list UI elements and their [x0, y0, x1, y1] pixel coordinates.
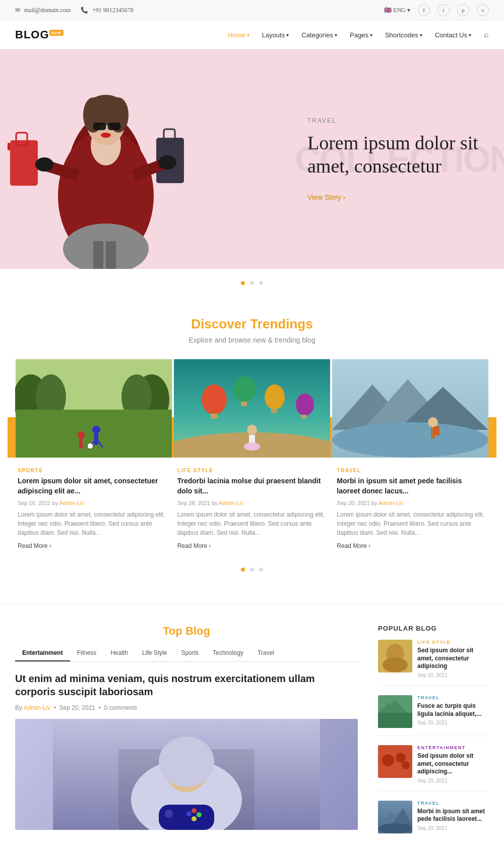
- card-1-read-more[interactable]: Read More ›: [18, 542, 167, 549]
- svg-point-81: [396, 753, 406, 763]
- svg-point-32: [92, 426, 100, 434]
- trending-dots: [15, 554, 489, 584]
- hero-dot-3[interactable]: [259, 281, 263, 285]
- card-3-author[interactable]: Admin-Liv: [379, 500, 403, 506]
- svg-point-68: [186, 811, 192, 816]
- top-bar-right: 🇬🇧 ENG ▾ f t p v: [384, 4, 489, 16]
- hero-image: [0, 49, 282, 269]
- tab-travel[interactable]: Travel: [250, 645, 281, 661]
- facebook-icon[interactable]: f: [418, 4, 430, 16]
- svg-rect-60: [433, 426, 439, 435]
- language-selector[interactable]: 🇬🇧 ENG ▾: [384, 7, 410, 14]
- svg-point-52: [244, 442, 260, 451]
- trending-images-wrapper: [15, 359, 489, 458]
- svg-rect-13: [93, 123, 106, 130]
- svg-point-20: [158, 155, 176, 170]
- trending-title: Discover Trendings: [15, 316, 489, 332]
- logo[interactable]: BLOGnew: [15, 28, 64, 41]
- hero-dot-1[interactable]: [241, 281, 245, 285]
- hero-content: COLLECTION TRAVEL Lorem ipsum dolor sit …: [282, 49, 504, 269]
- trend-dot-2[interactable]: [250, 568, 254, 572]
- popular-blog-title: POPULAR BLOG: [378, 625, 489, 632]
- phone-contact: 📞 +91 9012345678: [81, 7, 134, 14]
- hero-dot-2[interactable]: [250, 281, 254, 285]
- vimeo-icon[interactable]: v: [477, 4, 489, 16]
- svg-rect-43: [211, 414, 218, 419]
- card-image-sports: [15, 359, 172, 458]
- popular-info-1: LIFE STYLE Sed ipsum dolor sit amet, con…: [417, 640, 489, 678]
- hero-dots: [0, 269, 504, 296]
- pop-date-1: Sep 20, 2021: [417, 672, 489, 678]
- popular-info-3: ENTERTAINMENT Sed ipsum dolor sit amet, …: [417, 745, 489, 783]
- tab-lifestyle[interactable]: Life Style: [135, 645, 174, 661]
- trend-dot-3[interactable]: [259, 568, 263, 572]
- twitter-icon[interactable]: t: [437, 4, 450, 16]
- pop-cat-1: LIFE STYLE: [417, 640, 489, 645]
- pop-cat-3: ENTERTAINMENT: [417, 745, 489, 750]
- pop-date-4: Sep 20, 2021: [417, 825, 489, 831]
- nav-layouts[interactable]: Layouts ▾: [262, 31, 289, 39]
- popular-info-4: TRAVEL Morbi in ipsum sit amet pede faci…: [417, 801, 489, 833]
- svg-point-67: [165, 810, 173, 818]
- nav-shortcodes[interactable]: Shortcodes ▾: [385, 31, 422, 39]
- trend-card-3: TRAVEL Morbi in ipsum sit amet pede faci…: [337, 460, 486, 554]
- pop-date-2: Sep 20, 2021: [417, 720, 489, 725]
- svg-point-82: [402, 761, 410, 769]
- nav-pages[interactable]: Pages ▾: [350, 31, 372, 39]
- trending-subtitle: Explore and browse new & trending blog: [15, 336, 489, 344]
- svg-rect-23: [106, 241, 116, 269]
- card-1-meta: Sep 16, 2021 by Admin-Liv: [18, 500, 167, 506]
- card-3-meta: Sep 20, 2021 by Admin-Liv: [337, 500, 486, 506]
- blog-post-meta: By Admin-Liv • Sep 20, 2021 • 0 comments: [15, 704, 358, 711]
- popular-item-2: TRAVEL Fusce ac turpis quis ligula lacin…: [378, 695, 489, 736]
- svg-rect-14: [108, 123, 120, 130]
- svg-rect-31: [16, 410, 172, 458]
- svg-point-80: [382, 754, 394, 766]
- card-1-author[interactable]: Admin-Liv: [59, 500, 84, 506]
- view-story-link[interactable]: View Story ›: [307, 193, 479, 201]
- card-2-author[interactable]: Admin-Liv: [219, 500, 243, 506]
- card-2-title: Tredorbi lacinia molse dui praesent blan…: [177, 476, 327, 496]
- pinterest-icon[interactable]: p: [457, 4, 469, 16]
- svg-point-19: [35, 157, 53, 172]
- card-3-read-more[interactable]: Read More ›: [337, 542, 486, 549]
- card-1-text: Lorem ipsum dolor sit amet, consectetur …: [18, 510, 167, 537]
- cards-images-row: [15, 359, 489, 458]
- card-3-text: Lorem ipsum dolor sit amet, consectetur …: [337, 510, 486, 537]
- tab-sports[interactable]: Sports: [174, 645, 206, 661]
- svg-rect-2: [8, 143, 10, 150]
- search-icon[interactable]: ⌕: [484, 30, 489, 39]
- popular-blog-sidebar: POPULAR BLOG LIFE STYLE Sed ipsum dolor …: [378, 625, 489, 841]
- navbar: BLOGnew Home ▾ Layouts ▾ Categories ▾ Pa…: [0, 21, 504, 49]
- svg-point-74: [383, 657, 408, 672]
- svg-point-57: [332, 422, 488, 458]
- popular-img-2: [378, 695, 412, 728]
- tab-technology[interactable]: Technology: [206, 645, 250, 661]
- pop-title-4: Morbi in ipsum sit amet pede facilisis l…: [417, 808, 489, 823]
- svg-point-42: [202, 384, 227, 415]
- nav-contact[interactable]: Contact Us ▾: [435, 31, 471, 39]
- card-image-lifestyle: [173, 359, 331, 458]
- nav-home[interactable]: Home ▾: [228, 31, 249, 39]
- tab-fitness[interactable]: Fitness: [70, 645, 104, 661]
- tab-entertainment[interactable]: Entertainment: [15, 645, 70, 661]
- card-2-read-more[interactable]: Read More ›: [177, 542, 327, 549]
- email-contact: ✉ mail@domain.com: [15, 7, 71, 14]
- popular-item-4: TRAVEL Morbi in ipsum sit amet pede faci…: [378, 801, 489, 841]
- pop-date-3: Sep 20, 2021: [417, 778, 489, 783]
- svg-point-70: [197, 812, 202, 817]
- hero-category: TRAVEL: [307, 117, 479, 124]
- svg-point-71: [192, 816, 197, 821]
- tab-health[interactable]: Health: [103, 645, 135, 661]
- nav-categories[interactable]: Categories ▾: [301, 31, 337, 39]
- svg-point-50: [247, 425, 257, 435]
- trend-dot-1[interactable]: [241, 568, 245, 572]
- popular-item-3: ENTERTAINMENT Sed ipsum dolor sit amet, …: [378, 745, 489, 792]
- svg-point-86: [378, 823, 412, 833]
- card-2-category: LIFE STYLE: [177, 468, 327, 473]
- blog-post-author[interactable]: Admin-Liv: [24, 704, 50, 711]
- svg-rect-33: [94, 434, 98, 445]
- svg-point-16: [101, 133, 111, 138]
- email-icon: ✉: [15, 7, 20, 14]
- svg-point-58: [428, 417, 438, 427]
